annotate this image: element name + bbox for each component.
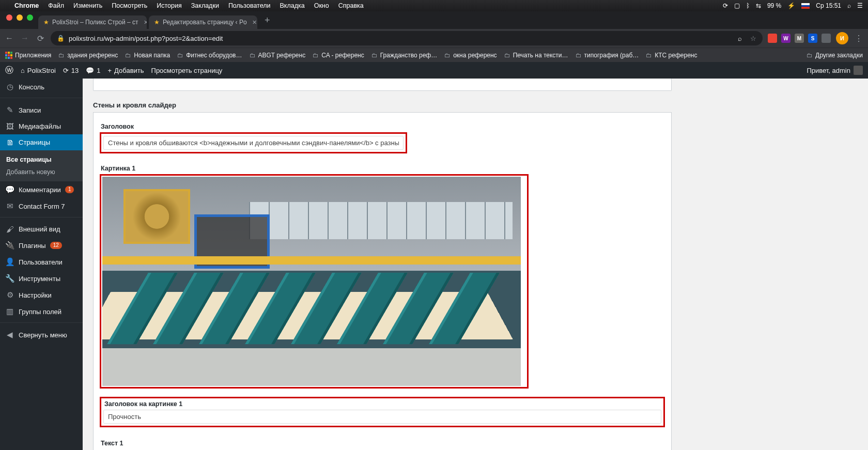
menu-view[interactable]: Посмотреть: [112, 2, 147, 9]
sidebar-item-comments[interactable]: 💬Комментарии1: [0, 181, 83, 198]
close-window-icon[interactable]: [6, 14, 12, 21]
star-bookmark-icon[interactable]: ☆: [750, 35, 756, 42]
sidebar-item-appearance[interactable]: 🖌Внешний вид: [0, 221, 83, 237]
favicon-icon: ★: [43, 19, 49, 26]
reload-button[interactable]: ⟳: [35, 34, 45, 43]
sidebar-item-plugins[interactable]: 🔌Плагины12: [0, 237, 83, 254]
sidebar-item-dashboard[interactable]: ◷Консоль: [0, 79, 83, 95]
acf-img-heading-input[interactable]: [103, 410, 661, 424]
extension-icon[interactable]: [822, 34, 831, 43]
sidebar-collapse[interactable]: ◀Свернуть меню: [0, 327, 83, 343]
menu-bookmarks[interactable]: Закладки: [191, 2, 219, 9]
back-button[interactable]: ←: [4, 34, 14, 43]
folder-icon: 🗀: [807, 52, 813, 59]
menu-edit[interactable]: Изменить: [73, 2, 102, 9]
user-avatar-icon[interactable]: [854, 66, 863, 75]
site-link[interactable]: ⌂PolixStroi: [21, 67, 56, 74]
bookmark-label: Гражданство реф…: [380, 52, 437, 59]
sidebar-item-field-groups[interactable]: ▥Группы полей: [0, 303, 83, 320]
profile-avatar[interactable]: И: [836, 32, 848, 44]
menu-help[interactable]: Справка: [338, 2, 364, 9]
bluetooth-icon[interactable]: ᛒ: [746, 2, 750, 9]
other-bookmarks[interactable]: 🗀Другие закладки: [807, 52, 863, 59]
sidebar-sub-all-pages[interactable]: Все страницы: [0, 153, 83, 166]
sidebar-item-posts[interactable]: ✎Записи: [0, 102, 83, 118]
menu-history[interactable]: История: [157, 2, 181, 9]
view-page-link[interactable]: Просмотреть страницу: [151, 67, 223, 74]
tab-strip: ★ PolixStroi – Поликс Строй – ст ✕ ★ Ред…: [0, 11, 868, 29]
updates-link[interactable]: ⟳13: [63, 67, 79, 74]
collapse-icon: ◀: [5, 330, 14, 339]
bookmark-folder[interactable]: 🗀окна референс: [444, 52, 497, 59]
extension-icon[interactable]: [768, 34, 777, 43]
sidebar-sub-add-page[interactable]: Добавить новую: [0, 166, 83, 178]
add-new-link[interactable]: +Добавить: [107, 67, 144, 74]
extension-icon[interactable]: S: [808, 34, 817, 43]
sidebar-item-label: Contact Form 7: [19, 203, 65, 210]
battery-icon: ⚡: [787, 2, 795, 9]
acf-image-preview[interactable]: [102, 177, 521, 386]
bookmark-folder[interactable]: 🗀Новая папка: [125, 52, 170, 59]
wifi-icon[interactable]: ⇆: [756, 2, 761, 9]
sidebar-item-label: Настройки: [19, 291, 52, 299]
chrome-menu-icon[interactable]: ⋮: [854, 34, 864, 43]
sidebar-item-cf7[interactable]: ✉Contact Form 7: [0, 198, 83, 214]
sidebar-item-label: Записи: [19, 106, 41, 114]
site-name: PolixStroi: [27, 67, 56, 74]
bookmark-folder[interactable]: 🗀CA - референс: [313, 52, 364, 59]
folder-icon: 🗀: [177, 52, 183, 59]
bookmark-folder[interactable]: 🗀Фитнес оборудов…: [177, 52, 242, 59]
bookmark-folder[interactable]: 🗀Гражданство реф…: [371, 52, 437, 59]
bookmark-folder[interactable]: 🗀здания референс: [58, 52, 118, 59]
folder-icon: 🗀: [371, 52, 378, 59]
menu-window[interactable]: Окно: [314, 2, 329, 9]
sidebar-item-settings[interactable]: ⚙Настройки: [0, 287, 83, 303]
spotlight-icon[interactable]: ⌕: [847, 2, 851, 9]
sidebar-item-media[interactable]: 🖼Медиафайлы: [0, 118, 83, 134]
greeting-text[interactable]: Привет, admin: [807, 67, 850, 74]
extension-icon[interactable]: W: [781, 34, 791, 43]
bookmark-label: здания референс: [67, 52, 118, 59]
menu-file[interactable]: Файл: [48, 2, 64, 9]
comment-icon: 💬: [5, 185, 14, 194]
sidebar-submenu-pages: Все страницы Добавить новую: [0, 150, 83, 181]
search-in-page-icon[interactable]: ⌕: [738, 35, 742, 42]
bookmark-folder[interactable]: 🗀ABGT референс: [250, 52, 306, 59]
maximize-window-icon[interactable]: [27, 14, 33, 21]
browser-tab-1[interactable]: ★ PolixStroi – Поликс Строй – ст ✕: [38, 15, 147, 29]
extension-icon[interactable]: M: [795, 34, 804, 43]
sidebar-item-users[interactable]: 👤Пользователи: [0, 254, 83, 270]
bookmark-folder[interactable]: 🗀Печать на тексти…: [504, 52, 568, 59]
acf-heading-input[interactable]: [103, 136, 404, 150]
sidebar-item-label: Консоль: [19, 83, 44, 91]
airplay-icon[interactable]: ▢: [734, 2, 740, 9]
sidebar-item-tools[interactable]: 🔧Инструменты: [0, 270, 83, 287]
menu-users[interactable]: Пользователи: [228, 2, 271, 9]
new-tab-button[interactable]: +: [259, 15, 275, 29]
apps-shortcut[interactable]: Приложения: [5, 52, 51, 59]
wp-admin-bar: ⓦ ⌂PolixStroi ⟳13 💬1 +Добавить Просмотре…: [0, 62, 868, 79]
pin-icon: ✎: [5, 105, 14, 115]
control-center-icon[interactable]: ☰: [857, 2, 863, 9]
sidebar-item-pages[interactable]: 🗎Страницы: [0, 134, 83, 150]
input-source-flag-icon[interactable]: [801, 3, 810, 9]
comments-link[interactable]: 💬1: [86, 67, 100, 74]
minimize-window-icon[interactable]: [17, 14, 23, 21]
tab-close-icon[interactable]: ✕: [252, 19, 257, 26]
wp-content-area[interactable]: Стены и кровля слайдер Заголовок Картинк…: [83, 79, 868, 450]
forward-button[interactable]: →: [20, 34, 30, 43]
bookmark-folder[interactable]: 🗀КТС референс: [646, 52, 697, 59]
menu-tab[interactable]: Вкладка: [280, 2, 304, 9]
settings-icon: ⚙: [5, 290, 14, 300]
wp-admin-body: ◷Консоль ✎Записи 🖼Медиафайлы 🗎Страницы В…: [0, 79, 868, 450]
bookmarks-bar: Приложения 🗀здания референс 🗀Новая папка…: [0, 48, 868, 62]
sidebar-item-label: Внешний вид: [19, 225, 60, 233]
browser-tab-2[interactable]: ★ Редактировать страницу ‹ Po ✕: [149, 15, 257, 29]
address-bar[interactable]: 🔒 polixstroi.ru/wp-admin/post.php?post=2…: [51, 31, 763, 45]
tab-close-icon[interactable]: ✕: [144, 19, 147, 26]
acf-img-heading-label: Заголовок на картинке 1: [103, 400, 661, 410]
bookmark-folder[interactable]: 🗀типография (раб…: [576, 52, 639, 59]
sidebar-item-label: Страницы: [19, 138, 50, 146]
menubar-app-name[interactable]: Chrome: [14, 2, 39, 9]
wp-logo-icon[interactable]: ⓦ: [5, 65, 13, 76]
